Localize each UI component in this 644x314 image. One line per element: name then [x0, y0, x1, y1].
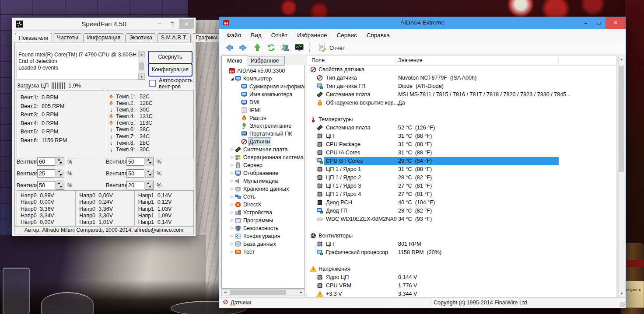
- tab-menu[interactable]: Меню: [221, 56, 248, 66]
- speedfan-tab-1[interactable]: Частоты: [53, 33, 82, 42]
- collapsed-expander-icon[interactable]: ▷: [230, 216, 234, 224]
- spinner-buttons[interactable]: [145, 181, 154, 190]
- menu-item-0[interactable]: Файл: [222, 29, 246, 41]
- sensor-row[interactable]: Диод ГП28 °C (82 °F): [307, 207, 616, 215]
- sensor-row[interactable]: ЦП 1 / Ядро 327 °C (81 °F): [307, 182, 616, 190]
- menu-item-4[interactable]: Сервис: [332, 29, 361, 41]
- fan-speed-input[interactable]: [126, 181, 144, 189]
- speedfan-log-box[interactable]: Found Intel(R) Core(TM) i7-4790 CPU @ 3.…: [17, 51, 145, 80]
- section-header-row[interactable]: Вентиляторы: [307, 232, 616, 240]
- sensor-row[interactable]: Обнаружено вскрытие кор...Да: [307, 99, 616, 107]
- sensor-row[interactable]: +3.3 V3.344 V: [307, 290, 616, 297]
- tree-item-11[interactable]: ▷Операционная система: [222, 154, 304, 161]
- sensor-row[interactable]: CPU Package31 °C (88 °F): [307, 140, 616, 149]
- scrollbar-thumb[interactable]: [139, 63, 144, 70]
- autospeed-checkbox[interactable]: [149, 80, 156, 87]
- tree-item-1[interactable]: ◢Компьютер: [222, 75, 304, 83]
- fan-speed-input[interactable]: [126, 157, 144, 166]
- sensor-row[interactable]: ЦП 1 / Ядро 131 °C (88 °F): [307, 165, 616, 174]
- sensor-row[interactable]: Тип датчика ГПDiode (ATI-Diode): [307, 82, 616, 91]
- sensor-monitor-button[interactable]: [294, 42, 305, 53]
- tree-item-22[interactable]: ▷База данных: [222, 240, 304, 248]
- scroll-down-icon[interactable]: ▼: [619, 290, 625, 297]
- menu-item-5[interactable]: Справка: [362, 29, 395, 41]
- tree-horizontal-scrollbar[interactable]: ◄ ►: [221, 289, 305, 296]
- fan-speed-input[interactable]: [37, 181, 55, 189]
- spinner-buttons[interactable]: [56, 169, 64, 178]
- forward-button[interactable]: [238, 42, 249, 53]
- collapsed-expander-icon[interactable]: ▷: [230, 232, 234, 240]
- speedfan-minimize-button[interactable]: –: [153, 19, 166, 28]
- column-value[interactable]: Значение: [398, 57, 423, 63]
- scroll-right-icon[interactable]: ►: [298, 290, 304, 296]
- tree-item-4[interactable]: DMI: [222, 98, 304, 106]
- sensor-row[interactable]: ЦП 1 / Ядро 228 °C (82 °F): [307, 174, 616, 182]
- tree-item-16[interactable]: ▷Сеть: [222, 193, 304, 201]
- tree-item-18[interactable]: ▷Устройства: [222, 209, 304, 216]
- aida64-maximize-button[interactable]: □: [592, 19, 606, 28]
- tree-item-10[interactable]: ▷Системная плата: [222, 146, 304, 154]
- sensor-row[interactable]: Диод PCH40 °C (104 °F): [307, 199, 616, 207]
- collapsed-expander-icon[interactable]: ▷: [230, 154, 234, 161]
- tree-item-8[interactable]: Портативный ПК: [222, 130, 304, 138]
- spinner-buttons[interactable]: [56, 181, 64, 190]
- section-header-row[interactable]: Свойства датчика: [307, 66, 616, 74]
- tree-item-14[interactable]: ▷Мультимедиа: [222, 177, 304, 185]
- collapsed-expander-icon[interactable]: ▷: [230, 185, 234, 193]
- sensor-row[interactable]: CPU GT Cores29 °C (84 °F): [307, 157, 616, 165]
- fan-speed-input[interactable]: [126, 169, 144, 178]
- tree-item-15[interactable]: ▷Хранение данных: [222, 185, 304, 193]
- sensor-row[interactable]: CPU VRM1.776 V: [307, 282, 616, 290]
- tree-item-9[interactable]: Датчики: [222, 138, 304, 146]
- spinner-buttons[interactable]: [145, 169, 154, 178]
- fan-speed-input[interactable]: [37, 169, 55, 178]
- menu-item-2[interactable]: Отчёт: [266, 29, 292, 41]
- aida64-titlebar[interactable]: 64 AIDA64 Extreme – □ ✕: [219, 17, 626, 29]
- speedfan-close-button[interactable]: ✕: [179, 19, 194, 29]
- aida64-close-button[interactable]: ✕: [606, 17, 626, 29]
- collapsed-expander-icon[interactable]: ▷: [230, 201, 234, 209]
- sensor-row[interactable]: CPU IA Cores31 °C (88 °F): [307, 149, 616, 157]
- scroll-up-icon[interactable]: ▲: [138, 51, 145, 57]
- vertical-scrollbar[interactable]: ▲ ▼: [618, 56, 625, 297]
- scroll-down-icon[interactable]: ▼: [138, 73, 145, 80]
- sensor-row[interactable]: ЦП31 °C (88 °F): [307, 132, 616, 140]
- menu-item-1[interactable]: Вид: [246, 29, 266, 41]
- tree-item-3[interactable]: Имя компьютера: [222, 91, 304, 98]
- expanded-expander-icon[interactable]: ◢: [230, 75, 234, 83]
- tree-item-12[interactable]: ▷Сервер: [222, 161, 304, 169]
- refresh-button[interactable]: [266, 42, 277, 53]
- sensor-row[interactable]: Системная платаMSI MS-7811 / 7815 / 7816…: [307, 91, 616, 99]
- menu-item-3[interactable]: Избранное: [292, 29, 332, 41]
- speedfan-tab-4[interactable]: S.M.A.R.T.: [157, 33, 191, 42]
- tab-favorites[interactable]: Избранное: [245, 56, 285, 66]
- speedfan-maximize-button[interactable]: □: [166, 19, 179, 28]
- collapsed-expander-icon[interactable]: ▷: [230, 248, 234, 256]
- speedfan-log-scrollbar[interactable]: ▲ ▼: [138, 51, 145, 80]
- tree-item-19[interactable]: ▷Программы: [222, 216, 304, 224]
- collapsed-expander-icon[interactable]: ▷: [230, 240, 234, 248]
- speedfan-tab-0[interactable]: Показатели: [15, 33, 52, 42]
- sensor-row[interactable]: ЦП801 RPM: [307, 240, 616, 248]
- scroll-up-icon[interactable]: ▲: [619, 56, 625, 63]
- sensor-row[interactable]: Ядро ЦП0.144 V: [307, 273, 616, 282]
- fan-speed-input[interactable]: [37, 157, 55, 166]
- tree-item-7[interactable]: Электропитание: [222, 122, 304, 130]
- up-button[interactable]: [252, 42, 263, 53]
- column-field[interactable]: Поле: [312, 57, 325, 63]
- collapsed-expander-icon[interactable]: ▷: [230, 146, 234, 154]
- tree-item-6[interactable]: Разгон: [222, 114, 304, 122]
- section-header-row[interactable]: Напряжения: [307, 265, 616, 273]
- user-profiles-button[interactable]: [280, 42, 291, 53]
- scroll-left-icon[interactable]: ◄: [222, 290, 229, 296]
- speedfan-tab-3[interactable]: Экзотика: [125, 33, 156, 42]
- tree-item-23[interactable]: ▷Тест: [222, 248, 304, 256]
- tree-item-13[interactable]: ▷Отображение: [222, 169, 304, 177]
- resize-grip[interactable]: [620, 302, 625, 307]
- sensor-row[interactable]: ЦП 1 / Ядро 427 °C (81 °F): [307, 190, 616, 199]
- section-header-row[interactable]: Температуры: [307, 115, 616, 124]
- collapsed-expander-icon[interactable]: ▷: [230, 209, 234, 216]
- collapsed-expander-icon[interactable]: ▷: [230, 224, 234, 232]
- tree-item-0[interactable]: 64AIDA64 v5.00.3300: [222, 67, 304, 75]
- collapsed-expander-icon[interactable]: ▷: [230, 161, 234, 169]
